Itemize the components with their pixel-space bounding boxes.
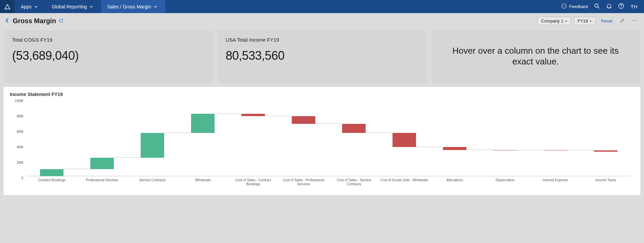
kpi-value: 80,533,560 <box>226 49 419 63</box>
chart-connector <box>567 150 594 150</box>
app-logo[interactable] <box>0 0 15 13</box>
chart-x-label: Cost of Goods Sold - Wholesale <box>379 178 429 186</box>
chart-bar[interactable] <box>292 116 315 124</box>
search-button[interactable] <box>591 0 603 13</box>
chart-x-axis: Contract BookingsProfessional ServicesSe… <box>27 178 631 186</box>
chart-bar[interactable] <box>90 158 114 169</box>
chart-x-label: Cost of Sales - Service Contracts <box>329 178 379 186</box>
chart-connector <box>215 113 241 114</box>
svg-point-8 <box>621 7 621 7</box>
chat-icon <box>561 3 567 10</box>
kpi-cards-row: Total COGS FY19 (53,689,040) USA Total I… <box>0 29 644 82</box>
chart-bar[interactable] <box>241 114 265 116</box>
chart-connector <box>315 124 342 124</box>
chart-plot <box>27 99 631 176</box>
svg-point-9 <box>633 20 633 20</box>
svg-point-10 <box>634 20 635 20</box>
chart-x-label: Cost of Sales - Contract Bookings <box>228 178 278 186</box>
help-icon <box>618 3 625 11</box>
chart-x-label: Professional Services <box>77 178 127 186</box>
notifications-button[interactable] <box>603 0 615 13</box>
chart-bar[interactable] <box>191 114 215 133</box>
edit-button[interactable] <box>618 16 627 26</box>
kpi-card-total-cogs: Total COGS FY19 (53,689,040) <box>5 30 213 82</box>
user-avatar[interactable]: TH <box>627 4 641 9</box>
refresh-button[interactable] <box>59 17 63 25</box>
chevron-down-icon <box>34 4 38 9</box>
chart-connector <box>466 150 493 150</box>
chart-connector <box>63 169 90 169</box>
company-dropdown[interactable]: Company 1 <box>537 17 571 25</box>
chart-x-label: Allocations <box>429 178 480 186</box>
chart-bar[interactable] <box>544 150 567 150</box>
svg-point-11 <box>636 20 637 20</box>
chart-connector <box>517 150 544 150</box>
page-header: Gross Margin Company 1 FY18 Reset <box>0 13 644 29</box>
kpi-label: USA Total Income FY19 <box>226 37 419 43</box>
chart-card-income-statement: Income Statement FY19 020M40M60M80M100M … <box>3 87 641 195</box>
svg-line-5 <box>598 7 599 8</box>
chart-bar[interactable] <box>40 169 63 176</box>
svg-point-3 <box>565 6 565 6</box>
chart-bar[interactable] <box>493 150 517 150</box>
chevron-down-icon <box>589 18 592 23</box>
breadcrumb-label: Global Reporting <box>52 4 87 9</box>
chart-connector <box>366 133 393 133</box>
nav-apps[interactable]: Apps <box>15 0 46 13</box>
svg-point-4 <box>595 4 598 7</box>
chart-bar[interactable] <box>594 150 617 151</box>
chart-x-label: Wholesale <box>178 178 228 186</box>
feedback-label: Feedback <box>569 4 588 9</box>
chart-bar[interactable] <box>393 133 416 147</box>
chart-x-label: Interest Expense <box>530 178 581 186</box>
chart-x-label: Cost of Sales - Professional Services <box>278 178 329 186</box>
header-right: Company 1 FY18 Reset <box>537 16 639 26</box>
top-nav: Apps Global Reporting Sales / Gross Marg… <box>0 0 644 13</box>
feedback-button[interactable]: Feedback <box>558 3 591 10</box>
bell-icon <box>606 3 612 11</box>
chart-bar[interactable] <box>342 124 366 133</box>
chevron-down-icon <box>90 4 93 9</box>
dropdown-label: Company 1 <box>541 18 563 23</box>
chart-x-label: Contract Bookings <box>27 178 77 186</box>
page-title: Gross Margin <box>13 17 63 25</box>
chart-y-axis: 020M40M60M80M100M <box>10 99 25 176</box>
chart-x-label: Service Contracts <box>127 178 178 186</box>
dropdown-label: FY18 <box>578 18 588 23</box>
svg-point-1 <box>563 6 563 6</box>
chart-baseline <box>27 176 631 176</box>
search-icon <box>594 3 600 11</box>
help-button[interactable] <box>615 0 627 13</box>
back-button[interactable] <box>5 17 13 26</box>
svg-point-2 <box>564 6 564 6</box>
more-button[interactable] <box>630 16 639 26</box>
kpi-card-usa-total-income: USA Total Income FY19 80,533,560 <box>218 30 426 82</box>
chart-bar[interactable] <box>141 133 164 158</box>
kpi-value: (53,689,040) <box>12 49 205 63</box>
chart-bar[interactable] <box>443 147 466 150</box>
page-title-text: Gross Margin <box>13 17 56 25</box>
breadcrumb-label: Sales / Gross Margin <box>107 4 151 9</box>
chart-connector <box>164 133 191 133</box>
chart-x-label: Income Taxes <box>581 178 631 186</box>
chart-x-label: Depreciation <box>480 178 530 186</box>
nav-breadcrumb-sales-gross-margin[interactable]: Sales / Gross Margin <box>101 0 165 13</box>
chart-connector <box>416 147 443 147</box>
hint-card: Hover over a column on the chart to see … <box>432 30 639 82</box>
nav-breadcrumb-global-reporting[interactable]: Global Reporting <box>46 0 101 13</box>
chevron-down-icon <box>565 18 567 23</box>
chart-area[interactable]: 020M40M60M80M100M Contract BookingsProfe… <box>10 99 634 190</box>
nav-right: Feedback TH <box>558 0 644 13</box>
chevron-down-icon <box>154 4 157 9</box>
chart-connector <box>114 157 141 158</box>
chart-title: Income Statement FY19 <box>10 92 634 97</box>
nav-apps-label: Apps <box>21 4 32 9</box>
chart-connector <box>265 116 292 116</box>
kpi-label: Total COGS FY19 <box>12 37 205 43</box>
hint-text: Hover over a column on the chart to see … <box>445 45 626 67</box>
reset-link[interactable]: Reset <box>598 18 615 23</box>
year-dropdown[interactable]: FY18 <box>574 17 596 25</box>
